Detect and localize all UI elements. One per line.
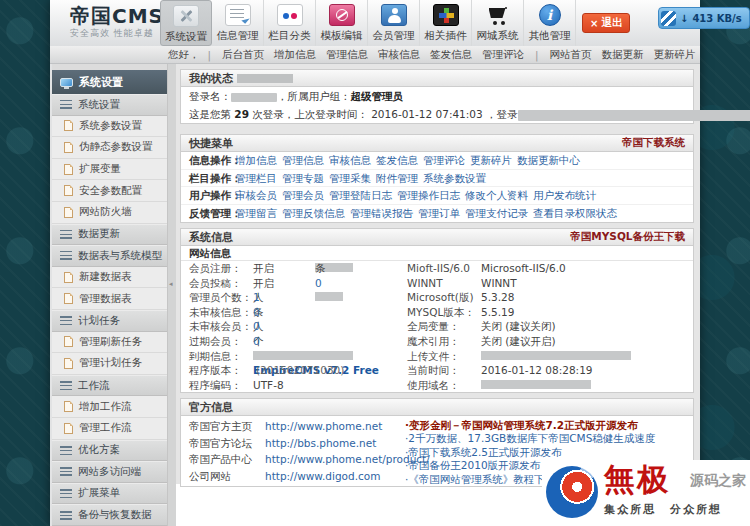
quick-menu-link[interactable]: 附件管理: [376, 172, 418, 184]
sidebar-item-label: 工作流: [78, 379, 110, 393]
official-news-link[interactable]: ·帝国下载系统2.5正式版开源发布: [405, 446, 655, 459]
toolbar-item-member[interactable]: 会员管理: [368, 0, 420, 46]
toolbar-item-plugin[interactable]: 相关插件: [420, 0, 472, 46]
quick-menu-link[interactable]: 审核会员: [235, 189, 277, 201]
sidebar-item[interactable]: 管理计划任务: [52, 353, 167, 375]
logout-label: 退出: [601, 16, 622, 30]
sysinfo-label: 到期信息：: [189, 349, 242, 364]
sidebar-item[interactable]: 伪静态参数设置: [52, 137, 167, 159]
brand-name: 無极: [604, 462, 670, 496]
sidebar-item[interactable]: 扩展菜单: [52, 483, 167, 505]
sidebar-item[interactable]: 数据更新: [52, 224, 167, 246]
quick-menu-link[interactable]: 管理评论: [423, 154, 465, 166]
quick-menu-link[interactable]: 管理支付记录: [465, 207, 528, 219]
sysinfo-number[interactable]: 0: [253, 305, 260, 320]
network-speed-badge[interactable]: ↓ 413 KB/s: [658, 7, 750, 29]
sidebar-item[interactable]: 管理刷新任务: [52, 332, 167, 354]
sidebar-item[interactable]: 工作流: [52, 375, 167, 397]
toolbar-item-tpl[interactable]: 模板编辑: [316, 0, 368, 46]
sidebar-splitter[interactable]: ◂: [168, 64, 176, 526]
official-site-url[interactable]: http://bbs.phome.net: [265, 437, 376, 449]
brand-suffix: 源码之家: [690, 472, 746, 490]
toolbar-item-dots[interactable]: 栏目分类: [264, 0, 316, 46]
sidebar-item[interactable]: 备份与恢复数据: [52, 504, 167, 526]
sidebar-item[interactable]: 扩展变量: [52, 159, 167, 181]
my-status-title: 我的状态: [189, 71, 233, 86]
quick-menu-link[interactable]: 用户发布统计: [533, 189, 596, 201]
official-news-link[interactable]: ·2千万数据、17.3GB数据库下帝国CMS稳健生成速度: [405, 432, 655, 445]
quick-menu-link[interactable]: 管理专题: [282, 172, 324, 184]
sidebar-item[interactable]: 增加工作流: [52, 396, 167, 418]
nav-link[interactable]: 网站首页: [550, 48, 592, 62]
toolbar-item-info[interactable]: 其他管理: [524, 0, 576, 46]
nav-link[interactable]: 签发信息: [430, 48, 472, 62]
quick-menu-link[interactable]: 更新碎片: [470, 154, 512, 166]
official-site-url[interactable]: http://www.phome.net: [265, 420, 382, 432]
toolbar-item-doc[interactable]: 信息管理: [212, 0, 264, 46]
quick-menu-link[interactable]: 修改个人资料: [465, 189, 528, 201]
sidebar-item[interactable]: 优化方案: [52, 440, 167, 462]
sidebar-item[interactable]: 管理数据表: [52, 288, 167, 310]
quick-menu-link[interactable]: 管理信息: [282, 154, 324, 166]
app-logo: 帝国CMS 安全高效 性能卓越: [70, 5, 164, 40]
sidebar-item[interactable]: 新建数据表: [52, 267, 167, 289]
quick-menu-link[interactable]: 系统参数设置: [423, 172, 486, 184]
system-info-row: 程序版本：EmpireCMS v7.2 Free(201502071030)当前…: [181, 363, 693, 378]
sidebar-item[interactable]: 安全参数配置: [52, 180, 167, 202]
nav-link[interactable]: 数据更新: [602, 48, 644, 62]
website-info-subheader: 网站信息: [181, 246, 693, 261]
quick-menu-link[interactable]: 管理栏目: [235, 172, 277, 184]
nav-link[interactable]: 审核信息: [378, 48, 420, 62]
quick-menu-link[interactable]: 管理订单: [418, 207, 460, 219]
system-info-title: 系统信息: [189, 230, 233, 245]
quick-menu-link[interactable]: 管理留言: [235, 207, 277, 219]
quick-menu-link[interactable]: 管理采集: [329, 172, 371, 184]
slogan-left: 集众所思: [604, 502, 656, 517]
quick-menu-link[interactable]: 增加信息: [235, 154, 277, 166]
nav-link[interactable]: 后台首页: [222, 48, 264, 62]
sidebar-item[interactable]: 数据表与系统模型: [52, 245, 167, 267]
sidebar-item[interactable]: 管理工作流: [52, 418, 167, 440]
mysql-backup-link[interactable]: 帝国MYSQL备份王下载: [570, 230, 685, 244]
quick-menu-link[interactable]: 审核信息: [329, 154, 371, 166]
quick-menu-link[interactable]: 数据更新中心: [517, 154, 580, 166]
quick-menu-link[interactable]: 管理登陆日志: [329, 189, 392, 201]
official-site-label: 公司网站: [181, 468, 265, 485]
redacted-right-value: [481, 351, 631, 360]
quick-menu-link[interactable]: 管理操作日志: [397, 189, 460, 201]
dots-icon: [277, 4, 303, 26]
sidebar-item[interactable]: 网站多访问端: [52, 461, 167, 483]
page-icon: [64, 164, 73, 175]
user-group-label: ，所属用户组：: [277, 90, 351, 102]
sidebar-item[interactable]: 系统设置: [52, 94, 167, 116]
logout-button[interactable]: × 退出: [582, 13, 630, 33]
quick-menu-link[interactable]: 管理会员: [282, 189, 324, 201]
sidebar-item-label: 扩展变量: [79, 162, 121, 176]
last-login-time: 2016-01-12 07:41:03: [371, 108, 483, 120]
sidebar-item[interactable]: 计划任务: [52, 310, 167, 332]
quick-menu-link[interactable]: 管理反馈信息: [282, 207, 345, 219]
sysinfo-number[interactable]: 0: [253, 319, 260, 334]
toolbar-item-tools[interactable]: 系统设置: [160, 0, 212, 46]
nav-link[interactable]: 管理评论: [482, 48, 524, 62]
toolbar-item-cart[interactable]: 网城系统: [472, 0, 524, 46]
quick-menu-link[interactable]: 管理错误报告: [350, 207, 413, 219]
quick-menu-link[interactable]: 签发信息: [376, 154, 418, 166]
nav-link[interactable]: 更新碎片: [654, 48, 696, 62]
download-system-link[interactable]: 帝国下载系统: [622, 136, 685, 150]
official-site-url[interactable]: http://www.digod.com: [265, 470, 380, 482]
sidebar-item[interactable]: 网站防火墙: [52, 202, 167, 224]
sidebar-item[interactable]: 系统参数设置: [52, 116, 167, 138]
plugin-icon: [433, 4, 459, 26]
sidebar-item-label: 备份与恢复数据: [78, 508, 152, 522]
nav-link[interactable]: 管理信息: [326, 48, 368, 62]
sysinfo-number[interactable]: 0: [253, 334, 260, 349]
quick-menu-header: 快捷菜单 帝国下载系统: [181, 135, 693, 152]
member-icon: [381, 4, 407, 26]
quick-menu-link[interactable]: 查看目录权限状态: [533, 207, 617, 219]
sysinfo-number[interactable]: 1: [253, 290, 260, 305]
nav-link[interactable]: 增加信息: [274, 48, 316, 62]
official-news-link[interactable]: ·变形金刚－帝国网站管理系统7.2正式版开源发布: [405, 419, 655, 432]
tools-icon: [173, 5, 199, 27]
collapse-arrow-icon[interactable]: ◂: [169, 280, 173, 288]
